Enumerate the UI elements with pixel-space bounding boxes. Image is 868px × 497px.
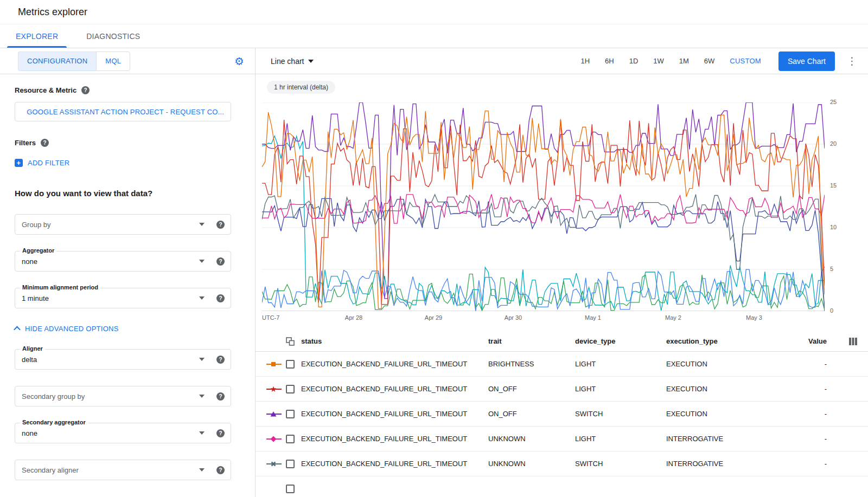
table-row[interactable]: EXECUTION_BACKEND_FAILURE_URL_TIMEOUT ON… bbox=[256, 377, 868, 402]
resource-metric-help-icon[interactable]: ? bbox=[81, 86, 90, 94]
chart-series-blue bbox=[262, 269, 825, 311]
row-execution-type: INTERROGATIVE bbox=[666, 435, 789, 443]
row-device-type: LIGHT bbox=[575, 385, 666, 393]
series-marker-triangle bbox=[266, 411, 286, 417]
column-value[interactable]: Value bbox=[789, 337, 827, 345]
chart-toolbar: Line chart 1H 6H 1D 1W 1M 6W CUSTOM Save… bbox=[256, 48, 868, 74]
row-trait: BRIGHTNESS bbox=[488, 360, 575, 368]
page-header: Metrics explorer bbox=[0, 0, 868, 24]
more-options-icon[interactable]: ⋮ bbox=[844, 55, 860, 67]
secondary-group-by-select[interactable]: Secondary group by ? bbox=[15, 386, 231, 406]
table-row[interactable]: EXECUTION_BACKEND_FAILURE_URL_TIMEOUT UN… bbox=[256, 451, 868, 476]
secondary-aggregator-help-icon[interactable]: ? bbox=[216, 429, 225, 437]
view-question: How do you want to view that data? bbox=[15, 189, 231, 198]
column-device-type[interactable]: device_type bbox=[575, 337, 666, 345]
filters-help-icon[interactable]: ? bbox=[41, 139, 49, 147]
range-1m[interactable]: 1M bbox=[672, 57, 697, 65]
row-checkbox[interactable] bbox=[286, 410, 295, 418]
mql-mode-button[interactable]: MQL bbox=[96, 51, 130, 71]
advanced-toggle-label: HIDE ADVANCED OPTIONS bbox=[25, 325, 119, 333]
aggregator-help-icon[interactable]: ? bbox=[216, 257, 225, 266]
row-checkbox[interactable] bbox=[286, 360, 295, 369]
range-1d[interactable]: 1D bbox=[622, 57, 646, 65]
range-6w[interactable]: 6W bbox=[697, 57, 723, 65]
min-alignment-help-icon[interactable]: ? bbox=[216, 294, 225, 302]
column-execution-type[interactable]: execution_type bbox=[666, 337, 789, 345]
chevron-down-icon bbox=[199, 223, 205, 226]
hide-advanced-options-toggle[interactable]: HIDE ADVANCED OPTIONS bbox=[15, 325, 231, 333]
row-status: EXECUTION_BACKEND_FAILURE_URL_TIMEOUT bbox=[301, 385, 488, 393]
secondary-aggregator-select[interactable]: Secondary aggregator none ? bbox=[15, 423, 231, 443]
aggregator-select[interactable]: Aggregator none ? bbox=[15, 251, 231, 272]
line-chart-svg bbox=[262, 102, 825, 311]
chevron-down-icon bbox=[199, 395, 205, 398]
x-axis-tick: May 2 bbox=[665, 314, 681, 321]
group-by-select[interactable]: Group by ? bbox=[15, 214, 231, 235]
chart-series-teal bbox=[262, 136, 825, 311]
table-row[interactable]: EXECUTION_BACKEND_FAILURE_URL_TIMEOUT UN… bbox=[256, 427, 868, 451]
row-value: - bbox=[789, 410, 827, 418]
secondary-aligner-help-icon[interactable]: ? bbox=[216, 466, 225, 474]
row-execution-type: INTERROGATIVE bbox=[666, 460, 789, 468]
chevron-down-icon bbox=[308, 60, 314, 63]
column-trait[interactable]: trait bbox=[488, 337, 575, 345]
config-body: Resource & Metric ? GOOGLE ASSISTANT ACT… bbox=[0, 74, 255, 480]
chevron-down-icon bbox=[199, 296, 205, 300]
x-axis-tick-utc: UTC-7 bbox=[262, 314, 279, 321]
chart-type-select[interactable]: Line chart bbox=[271, 57, 314, 66]
chevron-up-icon bbox=[14, 326, 21, 333]
row-checkbox[interactable] bbox=[286, 385, 295, 393]
save-chart-button[interactable]: Save Chart bbox=[778, 51, 835, 71]
resource-metric-section: Resource & Metric ? bbox=[15, 86, 231, 94]
range-1h[interactable]: 1H bbox=[573, 57, 597, 65]
column-settings-icon[interactable] bbox=[827, 338, 857, 345]
row-value: - bbox=[789, 360, 827, 368]
row-trait: ON_OFF bbox=[488, 410, 575, 418]
group-by-placeholder: Group by bbox=[22, 221, 50, 229]
aligner-label: Aligner bbox=[20, 345, 45, 352]
configuration-mode-button[interactable]: CONFIGURATION bbox=[18, 51, 96, 71]
secondary-aggregator-value: none bbox=[22, 429, 37, 437]
resource-metric-label: Resource & Metric bbox=[15, 86, 76, 94]
aligner-value: delta bbox=[22, 356, 37, 364]
secondary-group-by-placeholder: Secondary group by bbox=[22, 392, 85, 401]
tab-explorer[interactable]: EXPLORER bbox=[2, 24, 72, 48]
select-all-icon bbox=[286, 337, 295, 346]
min-alignment-select[interactable]: Minimum alignment period 1 minute ? bbox=[15, 288, 231, 308]
add-filter-button[interactable]: + ADD FILTER bbox=[15, 159, 231, 167]
row-status: EXECUTION_BACKEND_FAILURE_URL_TIMEOUT bbox=[301, 460, 488, 468]
range-custom[interactable]: CUSTOM bbox=[722, 57, 769, 65]
secondary-group-by-help-icon[interactable]: ? bbox=[216, 392, 225, 401]
filters-label: Filters bbox=[15, 139, 36, 147]
column-status[interactable]: status bbox=[301, 337, 488, 345]
chart-block: 1 hr interval (delta) 0 5 10 15 20 25 UT… bbox=[256, 74, 868, 331]
range-1w[interactable]: 1W bbox=[646, 57, 672, 65]
aggregator-label: Aggregator bbox=[20, 247, 56, 254]
table-row-partial[interactable] bbox=[256, 476, 868, 497]
tab-diagnostics[interactable]: DIAGNOSTICS bbox=[72, 24, 154, 48]
row-device-type: LIGHT bbox=[575, 360, 666, 368]
add-icon: + bbox=[15, 159, 23, 167]
table-row[interactable]: EXECUTION_BACKEND_FAILURE_URL_TIMEOUT BR… bbox=[256, 352, 868, 377]
y-axis-tick: 25 bbox=[830, 99, 837, 105]
table-row[interactable]: EXECUTION_BACKEND_FAILURE_URL_TIMEOUT ON… bbox=[256, 402, 868, 427]
page-title: Metrics explorer bbox=[18, 7, 87, 18]
filters-section: Filters ? bbox=[15, 139, 231, 147]
resource-metric-chip[interactable]: GOOGLE ASSISTANT ACTION PROJECT - REQUES… bbox=[15, 102, 231, 121]
series-marker-square bbox=[266, 361, 286, 367]
range-6h[interactable]: 6H bbox=[597, 57, 622, 65]
chart-series-slate bbox=[262, 195, 825, 311]
y-axis-tick: 0 bbox=[830, 307, 833, 314]
aligner-select[interactable]: Aligner delta ? bbox=[15, 349, 231, 370]
aligner-help-icon[interactable]: ? bbox=[216, 356, 225, 364]
secondary-aligner-select[interactable]: Secondary aligner ? bbox=[15, 460, 231, 480]
row-checkbox[interactable] bbox=[286, 485, 295, 493]
legend-toggle-icon[interactable] bbox=[286, 337, 301, 346]
row-checkbox[interactable] bbox=[286, 435, 295, 443]
settings-gear-icon[interactable]: ⚙ bbox=[234, 56, 244, 67]
group-by-help-icon[interactable]: ? bbox=[216, 221, 225, 229]
y-axis-tick: 15 bbox=[830, 182, 837, 189]
line-chart-plot[interactable] bbox=[262, 102, 825, 311]
row-checkbox[interactable] bbox=[286, 460, 295, 468]
secondary-aggregator-label: Secondary aggregator bbox=[20, 419, 88, 425]
